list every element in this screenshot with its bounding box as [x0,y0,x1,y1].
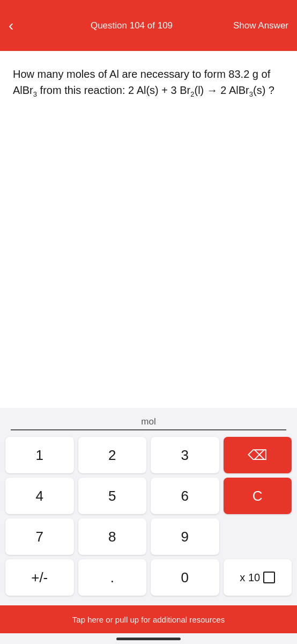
home-bar [116,638,181,640]
keypad-row-4: +/- . 0 x 10 [5,559,292,596]
answer-label-row: mol [11,416,286,427]
key-clear[interactable]: C [224,478,292,514]
answer-container: mol [0,408,297,437]
key-empty [224,518,292,555]
answer-unit-label: mol [141,416,155,427]
key-backspace[interactable]: ⌫ [224,437,292,473]
key-plus-minus[interactable]: +/- [5,559,74,596]
key-9[interactable]: 9 [151,518,219,555]
keypad-row-2: 4 5 6 C [5,478,292,514]
x10-label: x 10 [240,572,275,584]
key-8[interactable]: 8 [78,518,147,555]
key-1[interactable]: 1 [5,437,74,473]
key-4[interactable]: 4 [5,478,74,514]
key-7[interactable]: 7 [5,518,74,555]
bottom-bar-text: Tap here or pull up for additional resou… [72,615,225,624]
key-decimal[interactable]: . [78,559,147,596]
backspace-icon: ⌫ [248,447,268,464]
answer-divider [11,429,286,430]
keypad-row-3: 7 8 9 [5,518,292,555]
keypad-row-1: 1 2 3 ⌫ [5,437,292,473]
key-3[interactable]: 3 [151,437,219,473]
header: ‹ Question 104 of 109 Show Answer [0,0,297,51]
key-0[interactable]: 0 [151,559,219,596]
back-button[interactable]: ‹ [9,17,30,34]
question-text: How many moles of Al are necessary to fo… [13,66,284,100]
key-x10[interactable]: x 10 [224,559,292,596]
question-area: How many moles of Al are necessary to fo… [0,51,297,408]
show-answer-button[interactable]: Show Answer [233,20,288,31]
key-6[interactable]: 6 [151,478,219,514]
keypad: 1 2 3 ⌫ 4 5 6 C 7 8 9 +/- . 0 x 10 [0,437,297,605]
home-indicator [0,633,297,644]
exponent-box [263,572,275,583]
bottom-bar[interactable]: Tap here or pull up for additional resou… [0,605,297,633]
key-5[interactable]: 5 [78,478,147,514]
key-2[interactable]: 2 [78,437,147,473]
question-counter: Question 104 of 109 [30,20,233,31]
